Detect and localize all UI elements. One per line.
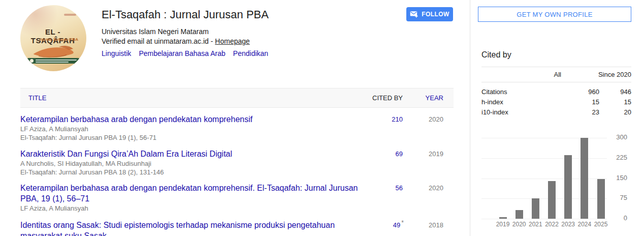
avatar-issn-mark bbox=[64, 14, 76, 16]
chart-y-tick-label: 300 bbox=[611, 133, 627, 141]
chart-x-tick-label: 2020 bbox=[510, 221, 528, 228]
citations-chart: 0751502253002019202020212022202320242025 bbox=[481, 127, 634, 234]
publication-info: Identitas orang Sasak: Studi epistemolog… bbox=[20, 220, 371, 236]
interest-tag-pendidikan[interactable]: Pendidikan bbox=[233, 49, 268, 57]
stats-header-row: All Since 2020 bbox=[481, 71, 631, 78]
sort-by-year-header[interactable]: YEAR bbox=[413, 94, 443, 102]
stats-divider bbox=[481, 82, 631, 82]
follow-button-label: FOLLOW bbox=[422, 11, 449, 18]
sort-by-cited-header[interactable]: CITED BY bbox=[371, 94, 403, 102]
interest-tags: Linguistik Pembelajaran Bahasa Arab Pend… bbox=[102, 49, 268, 57]
stat-label: i10-index bbox=[481, 108, 570, 116]
sort-by-title-header[interactable]: TITLE bbox=[20, 94, 371, 102]
chart-gridline bbox=[481, 219, 607, 219]
cited-by-count-link[interactable]: 49* bbox=[371, 220, 403, 236]
interest-tag-pembelajaran-bahasa-arab[interactable]: Pembelajaran Bahasa Arab bbox=[139, 49, 225, 57]
publication-authors: LF Aziza, A Muliansyah bbox=[20, 204, 371, 213]
publication-year: 2020 bbox=[413, 183, 443, 213]
avatar-calligraphy-art bbox=[28, 43, 79, 59]
publication-year: 2019 bbox=[413, 149, 443, 176]
chart-x-tick-label: 2025 bbox=[592, 221, 609, 228]
follow-button[interactable]: FOLLOW bbox=[406, 7, 453, 21]
chart-x-tick-label: 2019 bbox=[494, 221, 511, 228]
envelope-plus-icon bbox=[410, 10, 418, 18]
stat-value-since: 15 bbox=[599, 98, 631, 106]
avatar-publisher-logo bbox=[30, 59, 34, 63]
publication-authors: LF Aziza, A Muliansyah bbox=[20, 125, 371, 133]
citation-bar-2021[interactable] bbox=[532, 198, 539, 219]
cited-by-count-link[interactable]: 56 bbox=[371, 183, 403, 213]
stat-value-all: 23 bbox=[570, 108, 599, 116]
table-row: Keterampilan berbahasa arab dengan pende… bbox=[20, 183, 454, 213]
stats-col-since: Since 2020 bbox=[561, 71, 631, 78]
publication-title-link[interactable]: Karakteristik Dan Fungsi Qira’Ah Dalam E… bbox=[20, 149, 371, 159]
stat-label: Citations bbox=[481, 88, 570, 96]
chart-x-tick-label: 2023 bbox=[560, 221, 577, 228]
publication-info: Karakteristik Dan Fungsi Qira’Ah Dalam E… bbox=[20, 149, 371, 176]
avatar-publisher-band bbox=[27, 58, 79, 64]
avatar-journal-subtitle: Jurnal Jurusan PBA bbox=[20, 37, 78, 42]
chart-y-tick-label: 75 bbox=[611, 194, 627, 201]
get-my-own-profile-button[interactable]: GET MY OWN PROFILE bbox=[478, 7, 631, 22]
citation-bar-2019[interactable] bbox=[499, 217, 507, 219]
cited-by-count: 49 bbox=[393, 221, 400, 229]
citation-bar-2024[interactable] bbox=[581, 138, 588, 219]
avatar-publisher-text bbox=[36, 60, 77, 63]
stats-row-h-index: h-index 15 15 bbox=[481, 97, 631, 107]
avatar-journal-title: EL - TSAQÂFAH bbox=[22, 27, 83, 45]
profile-affiliation: Universitas Islam Negeri Mataram bbox=[102, 27, 209, 36]
chart-y-tick-label: 150 bbox=[611, 174, 627, 182]
publication-info: Keterampilan berbahasa arab dengan pende… bbox=[20, 114, 371, 142]
vertical-divider bbox=[470, 0, 470, 236]
scholar-profile-page: EL - TSAQÂFAH Jurnal Jurusan PBA El-Tsaq… bbox=[0, 0, 644, 236]
table-row: Karakteristik Dan Fungsi Qira’Ah Dalam E… bbox=[20, 149, 454, 176]
merged-versions-asterisk: * bbox=[401, 219, 404, 226]
publication-title-link[interactable]: Keterampilan berbahasa arab dengan pende… bbox=[20, 183, 371, 204]
cited-by-count-link[interactable]: 69 bbox=[371, 149, 403, 176]
verified-email-line: Verified email at uinmataram.ac.id - Hom… bbox=[102, 37, 250, 45]
page-title: El-Tsaqafah : Jurnal Jurusan PBA bbox=[102, 8, 269, 21]
stat-value-all: 15 bbox=[570, 98, 599, 106]
interest-tag-linguistik[interactable]: Linguistik bbox=[102, 49, 131, 57]
stat-value-since: 20 bbox=[599, 108, 631, 116]
citation-bar-2020[interactable] bbox=[516, 210, 523, 219]
table-row: Identitas orang Sasak: Studi epistemolog… bbox=[20, 220, 454, 236]
stats-divider bbox=[481, 67, 631, 67]
cited-by-count-link[interactable]: 210 bbox=[371, 114, 403, 142]
stat-label: h-index bbox=[481, 98, 570, 106]
stats-header-spacer bbox=[481, 71, 532, 78]
stats-col-all: All bbox=[532, 71, 561, 78]
profile-avatar[interactable]: EL - TSAQÂFAH Jurnal Jurusan PBA bbox=[20, 5, 86, 71]
citation-bar-2022[interactable] bbox=[548, 181, 556, 219]
publication-venue: El-Tsaqafah: Jurnal Jurusan PBA 19 (1), … bbox=[20, 134, 371, 142]
chart-x-tick-label: 2021 bbox=[527, 221, 544, 228]
publication-year: 2020 bbox=[413, 114, 443, 142]
chart-y-tick-label: 225 bbox=[611, 154, 627, 161]
publication-title-link[interactable]: Identitas orang Sasak: Studi epistemolog… bbox=[20, 220, 371, 236]
publication-info: Keterampilan berbahasa arab dengan pende… bbox=[20, 183, 371, 213]
stats-row-citations: Citations 960 946 bbox=[481, 86, 631, 97]
chart-x-tick-label: 2022 bbox=[543, 221, 561, 228]
homepage-link[interactable]: Homepage bbox=[215, 37, 250, 45]
publication-authors: A Nurcholis, SI Hidayatullah, MA Rudisun… bbox=[20, 160, 371, 168]
citation-bar-2025[interactable] bbox=[597, 179, 605, 219]
publication-year: 2018 bbox=[413, 220, 443, 236]
chart-y-tick-label: 0 bbox=[611, 214, 627, 222]
stats-row-i10-index: i10-index 23 20 bbox=[481, 107, 631, 117]
citation-bar-2023[interactable] bbox=[564, 155, 572, 219]
publications-table-header: TITLE CITED BY YEAR bbox=[20, 88, 454, 108]
cited-by-heading: Cited by bbox=[481, 50, 511, 60]
publication-title-link[interactable]: Keterampilan berbahasa arab dengan pende… bbox=[20, 114, 371, 125]
table-row: Keterampilan berbahasa arab dengan pende… bbox=[20, 114, 454, 142]
verified-email-text: Verified email at uinmataram.ac.id - bbox=[102, 37, 215, 45]
chart-x-tick-label: 2024 bbox=[576, 221, 593, 228]
publication-venue: El-Tsaqafah: Jurnal Jurusan PBA 18 (2), … bbox=[20, 168, 371, 176]
stat-value-all: 960 bbox=[570, 88, 599, 96]
stat-value-since: 946 bbox=[599, 88, 631, 96]
stats-table: Citations 960 946 h-index 15 15 i10-inde… bbox=[481, 86, 631, 117]
